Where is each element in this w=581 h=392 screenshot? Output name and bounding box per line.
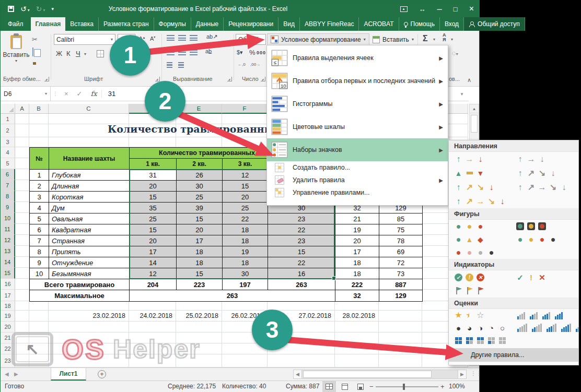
cell-B23[interactable] <box>29 354 49 367</box>
ribbon-display-options-icon[interactable]: ▴ <box>400 6 408 12</box>
sheet-nav-left-icon[interactable]: ◀ <box>5 371 9 377</box>
table-value-cell[interactable]: 14 <box>130 257 177 268</box>
increase-indent-icon[interactable] <box>178 62 184 68</box>
table-max-value[interactable]: 129 <box>379 290 423 302</box>
number-format-combo[interactable]: Общий <box>236 34 266 45</box>
table-row-number[interactable]: 3 <box>30 192 49 203</box>
orientation-icon[interactable]: ab↗ <box>206 34 217 40</box>
icon-set-option[interactable] <box>516 309 564 322</box>
ribbon-tab-1[interactable]: Главная <box>31 17 66 31</box>
cell-A6[interactable] <box>15 169 29 180</box>
minimize-icon[interactable]: ─ <box>437 6 442 13</box>
enter-icon[interactable]: ✓ <box>73 90 87 98</box>
cell-A8[interactable] <box>15 191 29 202</box>
cell-B3[interactable] <box>29 137 49 147</box>
cell-A20[interactable] <box>15 322 29 332</box>
table-value-cell[interactable]: 15 <box>223 181 268 192</box>
sort-filter-icon[interactable]: АЯ <box>443 33 446 42</box>
row-header-8[interactable]: 8 <box>1 191 15 202</box>
table-value-cell[interactable]: 17 <box>177 235 223 246</box>
cell-E22[interactable] <box>176 343 222 354</box>
table-mine-name[interactable]: Безымянная <box>49 268 130 279</box>
increase-decimal-icon[interactable]: ←,0 <box>238 62 246 67</box>
cell-H22[interactable] <box>335 343 379 354</box>
zoom-slider-handle[interactable] <box>403 384 405 390</box>
cell-G23[interactable] <box>268 354 335 367</box>
table-value-cell[interactable]: 16 <box>268 268 335 279</box>
table-row-number[interactable]: 5 <box>30 213 49 224</box>
maximize-icon[interactable]: □ <box>454 6 458 13</box>
table-value-cell[interactable]: 72 <box>379 257 423 268</box>
cell-A10[interactable] <box>15 213 29 224</box>
cell-F23[interactable] <box>222 354 268 367</box>
cell-A22[interactable] <box>15 343 29 354</box>
table-value-cell[interactable]: 25 <box>177 192 223 203</box>
table-value-cell[interactable]: 20 <box>177 224 223 235</box>
scrollbar-thumb[interactable] <box>303 371 432 378</box>
icon-set-option[interactable]: ●●● <box>454 220 485 233</box>
column-header-B[interactable]: B <box>29 104 49 114</box>
cell-B1[interactable] <box>29 114 49 124</box>
ribbon-tab-6[interactable]: Рецензировани <box>224 17 278 31</box>
table-row-number[interactable]: 7 <box>30 235 49 246</box>
table-value-cell[interactable]: 19 <box>223 246 268 257</box>
menu-item-new-rule[interactable]: Создать правило... <box>267 161 448 174</box>
table-value-cell[interactable]: 18 <box>177 257 223 268</box>
zoom-in-icon[interactable]: + <box>440 383 445 390</box>
column-header-C[interactable]: C <box>49 104 129 114</box>
cell-C21[interactable] <box>49 332 129 343</box>
cell-I18[interactable] <box>379 301 422 311</box>
table-mine-name[interactable]: Странная <box>49 235 130 246</box>
qat-customize-icon[interactable]: ▾ <box>52 7 54 11</box>
row-header-4[interactable]: 4 <box>1 147 15 158</box>
icon-set-option[interactable]: ●▲◆ <box>454 233 485 246</box>
cell-I20[interactable] <box>379 322 422 332</box>
expand-formula-bar-icon[interactable]: ▾ <box>455 91 469 97</box>
table-total-value[interactable]: 223 <box>177 279 223 290</box>
table-value-cell[interactable]: 18 <box>177 246 223 257</box>
icon-set-option[interactable]: ★★☆ <box>454 309 485 322</box>
collapse-ribbon-icon[interactable]: ∧ <box>467 77 471 84</box>
scroll-left-icon[interactable]: ◀ <box>293 370 302 379</box>
ribbon-tab-2[interactable]: Вставка <box>65 17 99 31</box>
table-mine-name[interactable]: Глубокая <box>49 170 130 181</box>
cell-A21[interactable] <box>15 332 29 343</box>
dialog-launcher-icon[interactable] <box>155 77 160 81</box>
cell-A23[interactable] <box>15 354 29 367</box>
redo-icon[interactable]: ↻▾ <box>36 5 45 13</box>
menu-item-clear-rules[interactable]: Удалить правила ▶ <box>267 174 448 186</box>
cell-F1[interactable] <box>222 114 268 124</box>
dialog-launcher-icon[interactable] <box>227 77 232 81</box>
cell-A16[interactable] <box>15 279 29 290</box>
cell-I23[interactable] <box>379 354 422 367</box>
page-layout-view-icon[interactable] <box>338 381 352 392</box>
table-max-label[interactable]: Максимальное <box>30 290 130 302</box>
cell-D22[interactable] <box>129 343 176 354</box>
table-value-cell[interactable]: 15 <box>130 192 177 203</box>
autosum-button[interactable]: Σ <box>423 34 428 43</box>
dialog-launcher-icon[interactable] <box>261 77 265 81</box>
icon-set-option[interactable]: ●◕◑◔○ <box>454 322 507 334</box>
icon-set-option[interactable] <box>516 220 547 233</box>
percent-style-icon[interactable]: % <box>249 49 255 56</box>
column-header-F[interactable]: F <box>222 104 268 114</box>
table-value-cell[interactable]: 78 <box>379 235 423 246</box>
table-row-number[interactable]: 10 <box>30 268 49 279</box>
insert-function-icon[interactable]: fx <box>87 90 102 98</box>
icon-set-option[interactable] <box>516 322 579 334</box>
cell-A11[interactable] <box>15 224 29 235</box>
zoom-level[interactable]: 100% <box>449 383 465 390</box>
align-middle-icon[interactable] <box>178 35 186 41</box>
cell-A13[interactable] <box>15 246 29 257</box>
row-header-22[interactable]: 22 <box>1 343 15 354</box>
table-value-cell[interactable]: 17 <box>130 246 177 257</box>
wrap-text-icon[interactable]: ab̲ <box>205 49 212 54</box>
table-total-value[interactable]: 263 <box>268 279 335 290</box>
chevron-down-icon[interactable]: ▾ <box>84 52 86 56</box>
table-header-quarter[interactable]: 1 кв. <box>130 159 177 170</box>
resize-icon[interactable]: ↔ <box>419 6 426 13</box>
cell-B2[interactable] <box>29 124 49 137</box>
ribbon-tab-8[interactable]: ABBYY FineReac <box>300 17 359 31</box>
page-break-view-icon[interactable] <box>354 381 367 392</box>
decrease-decimal-icon[interactable]: ,00→ <box>250 62 260 67</box>
